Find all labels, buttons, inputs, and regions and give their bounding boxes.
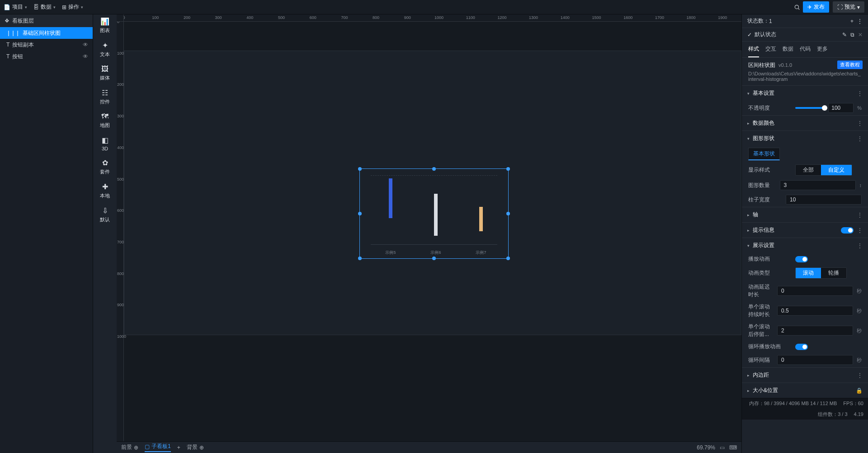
section-shape[interactable]: ▾图形形状⋮ [742, 131, 868, 146]
tool-text[interactable]: ✦文本 [100, 41, 110, 58]
more-icon[interactable]: ⋮ [857, 18, 863, 24]
status-bar: 内存：98 / 3994 / 4096 MB 14 / 112 MB FPS：6… [742, 398, 868, 409]
more-icon[interactable]: ⋮ [857, 135, 863, 142]
close-icon[interactable]: ✕ [858, 32, 863, 38]
section-tooltip[interactable]: ▸提示信息⋮ [742, 223, 868, 238]
play-anim-switch[interactable] [795, 256, 808, 262]
resize-handle[interactable] [506, 167, 510, 171]
shape-subtab[interactable]: 基本形状 [748, 148, 780, 160]
toolbox: 📊图表✦文本🖼媒体☷控件🗺地图◧3D✿套件✚本地⇩默认 [93, 14, 117, 453]
more-icon[interactable]: ⋮ [857, 90, 863, 97]
inspector-tab[interactable]: 交互 [765, 42, 776, 57]
resize-handle[interactable] [432, 167, 436, 171]
edit-icon[interactable]: ✎ [842, 32, 847, 38]
opacity-slider[interactable] [795, 107, 825, 109]
menu-data[interactable]: 🗄 数据 ▾ [33, 3, 56, 11]
seg-carousel[interactable]: 轮播 [821, 268, 846, 278]
plus-icon[interactable]: + [850, 18, 854, 24]
tooltip-switch[interactable] [841, 227, 854, 234]
section-display[interactable]: ▾展示设置⋮ [742, 238, 868, 253]
tool-label: 地图 [100, 122, 110, 129]
fit-icon[interactable]: ▭ [720, 444, 725, 451]
tool-kit[interactable]: ✿套件 [100, 159, 110, 175]
dashboard-board[interactable]: 示例5示例6示例7 [124, 51, 741, 335]
prop-label: 循环间隔 [748, 356, 774, 364]
tab-add[interactable]: + [177, 444, 180, 451]
tab-background[interactable]: 背景 ⊕ [187, 444, 204, 451]
resize-handle[interactable] [358, 212, 362, 215]
inspector-tab[interactable]: 样式 [748, 42, 759, 57]
layers-icon: ❖ [5, 18, 9, 24]
section-pos[interactable]: ▸大小&位置🔒 [742, 383, 868, 398]
inspector-tabs: 样式交互数据代码更多 [742, 42, 868, 58]
publish-button[interactable]: ✈ 发布 [803, 1, 829, 13]
tool-widget[interactable]: ☷控件 [100, 89, 110, 105]
chevron-down-icon: ▾ [747, 136, 753, 141]
tool-download[interactable]: ⇩默认 [100, 206, 110, 223]
section-data-color[interactable]: ▸数据颜色⋮ [742, 116, 868, 131]
seg-all[interactable]: 全部 [796, 165, 821, 175]
eye-icon[interactable]: 👁 [83, 42, 88, 48]
seg-scroll[interactable]: 滚动 [796, 268, 821, 278]
search-button[interactable] [791, 1, 803, 13]
resize-handle[interactable] [432, 257, 436, 260]
keyboard-icon[interactable]: ⌨ [729, 444, 737, 451]
section-title: 内边距 [753, 371, 769, 379]
more-icon[interactable]: ⋮ [857, 120, 863, 126]
slider-knob[interactable] [822, 105, 827, 111]
resize-handle[interactable] [358, 167, 362, 171]
resize-handle[interactable] [358, 257, 362, 260]
plus-icon[interactable]: ⊕ [134, 444, 138, 451]
stepper-icon[interactable]: ↕ [859, 182, 862, 188]
tutorial-link[interactable]: 查看教程 [837, 61, 863, 69]
more-icon[interactable]: ⋮ [857, 243, 863, 249]
lock-icon[interactable]: 🔒 [856, 388, 863, 394]
inspector-tab[interactable]: 更多 [817, 42, 828, 57]
tool-local[interactable]: ✚本地 [100, 182, 110, 199]
scroll-dur-input[interactable] [777, 306, 853, 316]
layer-item[interactable]: T按钮👁 [0, 51, 93, 62]
viewport[interactable]: 示例5示例6示例7 [124, 22, 741, 441]
more-icon[interactable]: ⋮ [857, 372, 863, 378]
inspector-tab[interactable]: 代码 [800, 42, 811, 57]
opacity-input[interactable] [828, 103, 854, 113]
inspector-tab[interactable]: 数据 [783, 42, 793, 57]
eye-icon[interactable]: 👁 [83, 53, 88, 60]
selected-widget[interactable]: 示例5示例6示例7 [359, 168, 509, 259]
section-axis[interactable]: ▸轴⋮ [742, 207, 868, 222]
state-name: 默认状态 [755, 31, 776, 38]
tab-foreground[interactable]: 前景 ⊕ [121, 444, 138, 451]
menu-project[interactable]: 📄 项目 ▾ [4, 3, 27, 11]
prop-label: 循环播放动画 [748, 343, 792, 350]
default-state-row[interactable]: ✓ 默认状态 ✎ ⧉ ✕ [742, 28, 868, 42]
plus-icon[interactable]: ⊕ [199, 444, 204, 451]
resize-handle[interactable] [506, 257, 510, 260]
status-bar-2: 组件数：3 / 3 4.19 [742, 409, 868, 420]
layer-item[interactable]: T按钮副本👁 [0, 39, 93, 51]
tab-subboard[interactable]: ▢ 子看板1 [145, 443, 171, 452]
resize-handle[interactable] [506, 212, 510, 215]
scroll-stay-input[interactable] [777, 326, 853, 336]
section-header[interactable]: ▾基本设置⋮ [742, 86, 868, 101]
seg-custom[interactable]: 自定义 [821, 165, 852, 175]
copy-icon[interactable]: ⧉ [850, 32, 854, 38]
section-margin[interactable]: ▸内边距⋮ [742, 368, 868, 383]
check-icon: ✓ [747, 32, 752, 38]
section-title: 数据颜色 [753, 119, 774, 127]
canvas-body[interactable]: 0100200300400500600700800900100011001200… [117, 14, 741, 441]
anim-delay-input[interactable] [777, 286, 853, 296]
bar-width-input[interactable] [786, 195, 862, 205]
tool-chart[interactable]: 📊图表 [100, 17, 110, 34]
section-title: 提示信息 [753, 226, 774, 234]
more-icon[interactable]: ⋮ [857, 227, 863, 234]
shape-count-input[interactable] [780, 180, 856, 190]
tool-cube[interactable]: ◧3D [102, 136, 108, 151]
tool-media[interactable]: 🖼媒体 [100, 65, 110, 81]
preview-button[interactable]: ⛶ 预览 ▾ [833, 1, 864, 13]
layer-item[interactable]: ❘❘❘基础区间柱状图 [0, 27, 93, 39]
tool-map[interactable]: 🗺地图 [100, 112, 110, 129]
menu-ops[interactable]: ⊞ 操作 ▾ [62, 3, 83, 11]
loop-gap-input[interactable] [777, 355, 853, 365]
more-icon[interactable]: ⋮ [857, 212, 863, 218]
loop-anim-switch[interactable] [795, 344, 808, 350]
